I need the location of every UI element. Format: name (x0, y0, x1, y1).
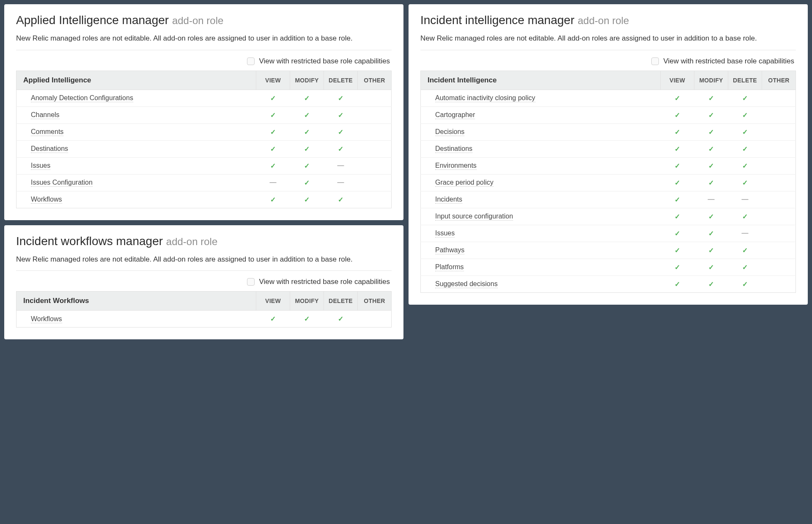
check-icon: ✓ (270, 145, 276, 153)
capability-name: Input source configuration (421, 208, 661, 225)
cap-other (762, 174, 796, 191)
check-icon: ✓ (708, 247, 714, 254)
col-header-modify: MODIFY (694, 71, 728, 90)
capability-name: Destinations (421, 140, 661, 157)
check-icon: ✓ (270, 112, 276, 119)
cap-delete: ✓ (728, 174, 762, 191)
check-icon: ✓ (675, 128, 680, 136)
check-icon: ✓ (675, 145, 680, 153)
cap-view: ✓ (256, 140, 290, 157)
check-icon: ✓ (270, 162, 276, 169)
check-icon: ✓ (304, 112, 310, 119)
restrict-checkbox[interactable] (651, 57, 659, 65)
cap-delete: ✓ (728, 259, 762, 276)
cap-view: ✓ (661, 242, 694, 259)
cap-view: ✓ (661, 106, 694, 123)
cap-modify: ✓ (694, 259, 728, 276)
panel-description: New Relic managed roles are not editable… (16, 33, 392, 50)
panel-title-text: Incident workflows manager (16, 235, 166, 248)
check-icon: ✓ (675, 247, 680, 254)
cap-modify: ✓ (290, 191, 324, 208)
cap-modify: ✓ (290, 90, 324, 106)
check-icon: ✓ (675, 281, 680, 288)
check-icon: ✓ (708, 162, 714, 169)
table-row: Issues Configuration—✓— (16, 174, 392, 191)
capability-name: Environments (421, 157, 661, 174)
cap-other (358, 311, 392, 328)
capability-name: Grace period policy (421, 174, 661, 191)
capability-name: Workflows (16, 311, 256, 328)
section-header: Incident Intelligence (421, 71, 661, 90)
dash-icon: — (708, 196, 715, 203)
cap-other (762, 276, 796, 292)
check-icon: ✓ (270, 196, 276, 203)
dash-icon: — (337, 162, 344, 169)
check-icon: ✓ (708, 112, 714, 119)
cap-delete: ✓ (728, 140, 762, 157)
cap-delete: ✓ (728, 208, 762, 225)
cap-delete: ✓ (324, 311, 358, 328)
cap-other (762, 242, 796, 259)
cap-other (762, 157, 796, 174)
section-header: Applied Intelligence (16, 71, 256, 90)
col-header-delete: DELETE (324, 71, 358, 90)
col-header-modify: MODIFY (290, 71, 324, 90)
cap-other (762, 123, 796, 140)
check-icon: ✓ (742, 112, 748, 119)
col-header-other: OTHER (358, 292, 392, 311)
restrict-checkbox[interactable] (247, 278, 255, 286)
col-header-delete: DELETE (728, 71, 762, 90)
cap-other (358, 174, 392, 191)
check-icon: ✓ (270, 95, 276, 102)
cap-view: ✓ (661, 140, 694, 157)
table-row: Workflows✓✓✓ (16, 191, 392, 208)
check-icon: ✓ (675, 213, 680, 220)
check-icon: ✓ (742, 281, 748, 288)
check-icon: ✓ (304, 145, 310, 153)
cap-modify: ✓ (290, 140, 324, 157)
capability-name: Issues Configuration (16, 174, 256, 191)
cap-other (358, 191, 392, 208)
col-header-other: OTHER (358, 71, 392, 90)
table-row: Platforms✓✓✓ (421, 259, 796, 276)
panel-title: Applied Intelligence manager add-on role (16, 14, 392, 27)
cap-view: ✓ (256, 157, 290, 174)
check-icon: ✓ (338, 145, 343, 153)
cap-view: ✓ (661, 174, 694, 191)
capability-name: Comments (16, 123, 256, 140)
cap-delete: ✓ (324, 106, 358, 123)
capability-name: Incidents (421, 191, 661, 208)
panel-title-text: Incident intelligence manager (420, 14, 578, 27)
dash-icon: — (742, 229, 749, 237)
cap-other (762, 90, 796, 106)
check-icon: ✓ (270, 128, 276, 136)
cap-modify: ✓ (694, 174, 728, 191)
cap-delete: ✓ (728, 106, 762, 123)
cap-view: ✓ (256, 106, 290, 123)
cap-delete: — (728, 191, 762, 208)
restrict-toggle-row: View with restricted base role capabilit… (420, 57, 796, 66)
table-row: Cartographer✓✓✓ (421, 106, 796, 123)
panel-title-suffix: add-on role (172, 15, 223, 26)
cap-modify: — (694, 191, 728, 208)
check-icon: ✓ (708, 145, 714, 153)
cap-modify: ✓ (694, 106, 728, 123)
cap-modify: ✓ (694, 208, 728, 225)
cap-delete: — (728, 225, 762, 242)
cap-delete: ✓ (324, 123, 358, 140)
cap-view: ✓ (661, 225, 694, 242)
cap-other (762, 208, 796, 225)
table-row: Decisions✓✓✓ (421, 123, 796, 140)
cap-other (762, 140, 796, 157)
check-icon: ✓ (338, 315, 343, 322)
table-row: Input source configuration✓✓✓ (421, 208, 796, 225)
check-icon: ✓ (304, 162, 310, 169)
cap-delete: ✓ (728, 242, 762, 259)
check-icon: ✓ (708, 281, 714, 288)
cap-other (762, 259, 796, 276)
cap-other (358, 140, 392, 157)
restrict-label: View with restricted base role capabilit… (663, 57, 794, 66)
restrict-checkbox[interactable] (247, 57, 255, 65)
check-icon: ✓ (742, 213, 748, 220)
check-icon: ✓ (675, 196, 680, 203)
